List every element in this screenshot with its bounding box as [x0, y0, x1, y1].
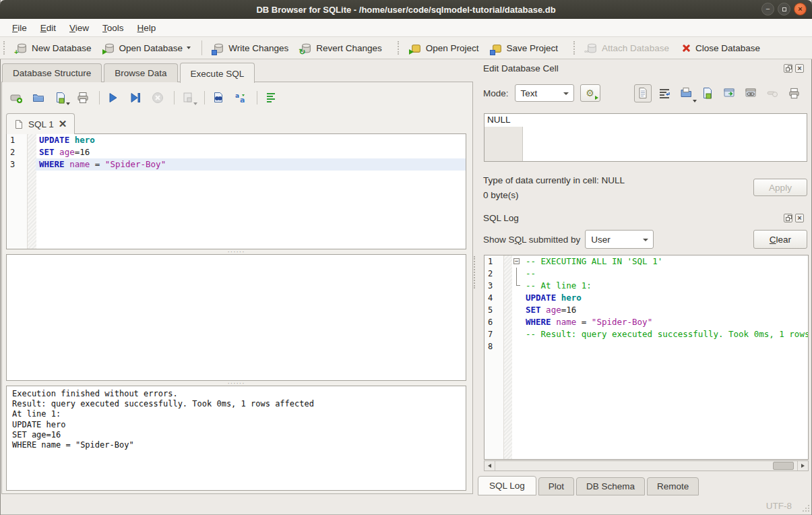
open-external-icon[interactable] [720, 84, 738, 102]
tab-browse-data[interactable]: Browse Data [104, 63, 177, 82]
close-database-button[interactable]: Close Database [675, 41, 766, 55]
tab-remote[interactable]: Remote [647, 477, 699, 495]
new-database-button[interactable]: + New Database [10, 40, 98, 56]
close-sql-tab-icon[interactable]: ✕ [59, 119, 67, 129]
toolbar-drag-handle[interactable] [3, 41, 6, 55]
save-project-button[interactable]: Save Project [485, 40, 565, 56]
main-area: Database Structure Browse Data Execute S… [0, 59, 475, 495]
execute-all-icon[interactable] [106, 90, 121, 105]
dock-area: Edit Database Cell Mode: Text ⚙ [478, 59, 809, 495]
open-database-button[interactable]: Open Database [98, 40, 197, 56]
code-line: 7-- Result: query executed successfully.… [485, 328, 808, 340]
resize-grip[interactable] [801, 504, 809, 512]
pane-splitter[interactable] [472, 59, 478, 495]
tab-database-structure[interactable]: Database Structure [2, 63, 102, 82]
tab-sql-log[interactable]: SQL Log [478, 476, 536, 495]
title-bar[interactable]: DB Browser for SQLite - /home/user/code/… [0, 0, 812, 19]
cell-value-editor[interactable]: NULL [484, 113, 807, 162]
close-dock-icon[interactable] [795, 214, 804, 222]
chevron-down-icon [643, 239, 648, 241]
new-sql-tab-icon[interactable] [9, 90, 24, 105]
dock-tab-bar: SQL Log Plot DB Schema Remote [478, 477, 701, 495]
toolbar-drag-handle[interactable] [573, 41, 576, 55]
save-as-file-icon[interactable] [699, 84, 716, 102]
message-line: Result: query executed successfully. Too… [12, 399, 460, 409]
text-mode-icon[interactable] [634, 84, 652, 102]
main-toolbar: + New Database Open Database Write Chang… [0, 37, 812, 59]
menu-bar: File Edit View Tools Help [0, 19, 812, 37]
close-button[interactable]: × [794, 3, 807, 16]
close-icon: × [794, 3, 806, 15]
menu-help[interactable]: Help [131, 20, 163, 36]
menu-edit[interactable]: Edit [34, 20, 63, 36]
mode-select[interactable]: Text [515, 84, 574, 102]
auto-switch-mode-button[interactable]: ⚙ [580, 84, 600, 102]
app-window: DB Browser for SQLite - /home/user/code/… [0, 0, 812, 515]
stop-icon [150, 90, 165, 105]
message-line: SET age=16 [12, 430, 460, 440]
attach-database-icon: ∞ [586, 42, 598, 54]
log-horizontal-scrollbar[interactable] [484, 460, 809, 471]
sql-document-tab[interactable]: SQL 1 ✕ [6, 113, 75, 134]
toolbar-drag-handle[interactable] [398, 41, 400, 55]
save-sql-file-icon[interactable] [53, 90, 68, 105]
close-database-icon [681, 43, 691, 53]
message-line: WHERE name = "Spider-Boy" [12, 440, 460, 450]
code-line: 1−-- EXECUTING ALL IN 'SQL 1' [485, 255, 808, 268]
tab-db-schema[interactable]: DB Schema [576, 477, 645, 495]
results-message-splitter[interactable] [6, 381, 466, 386]
mode-label: Mode: [483, 88, 509, 98]
tab-execute-sql[interactable]: Execute SQL [180, 63, 255, 83]
sql-log-view[interactable]: 1−-- EXECUTING ALL IN 'SQL 1'2--3-- At l… [484, 255, 809, 460]
maximize-icon [782, 7, 786, 11]
sql-log-filter-label: Show SQL submitted by [483, 235, 580, 245]
scroll-left-button[interactable] [485, 461, 495, 471]
open-database-menu-caret[interactable] [187, 47, 191, 49]
write-changes-button[interactable]: Write Changes [207, 40, 294, 56]
find-replace-icon[interactable]: aa [233, 90, 248, 105]
log-filter-select[interactable]: User [585, 230, 654, 249]
find-icon[interactable] [211, 90, 226, 105]
execute-current-line-icon[interactable] [128, 90, 143, 105]
revert-changes-button[interactable]: ↻ Revert Changes [294, 40, 388, 56]
scroll-right-button[interactable] [797, 461, 808, 471]
auto-format-icon[interactable] [263, 90, 278, 105]
open-project-button[interactable]: Open Project [404, 40, 485, 56]
close-dock-icon[interactable] [795, 64, 804, 73]
sql-editor-toolbar: aa [9, 88, 286, 107]
main-tab-bar: Database Structure Browse Data Execute S… [2, 61, 257, 82]
import-file-icon[interactable] [677, 84, 695, 102]
print-cell-icon[interactable] [785, 84, 803, 102]
float-dock-icon[interactable] [784, 214, 792, 222]
menu-tools[interactable]: Tools [96, 20, 131, 36]
minimize-button[interactable]: − [761, 3, 774, 16]
sql-document-tab-label: SQL 1 [28, 119, 54, 129]
code-line: 6WHERE name = "Spider-Boy" [485, 316, 808, 328]
editor-results-splitter[interactable] [6, 249, 466, 254]
menu-file[interactable]: File [5, 20, 34, 36]
minimize-icon: − [762, 3, 774, 15]
document-icon [14, 119, 24, 129]
code-line: 2SET age=16 [7, 146, 466, 158]
link-icon[interactable] [742, 84, 759, 102]
revert-changes-icon: ↻ [301, 42, 312, 54]
open-sql-file-icon[interactable] [31, 90, 46, 105]
code-line: 4UPDATE hero [485, 292, 808, 304]
message-line: At line 1: [12, 409, 460, 419]
tab-plot[interactable]: Plot [538, 477, 574, 495]
print-icon[interactable] [75, 90, 90, 105]
open-project-icon [410, 42, 422, 54]
edit-cell-title: Edit Database Cell [483, 63, 559, 73]
float-dock-icon[interactable] [784, 64, 792, 73]
window-title: DB Browser for SQLite - /home/user/code/… [256, 5, 555, 15]
execution-message-pane[interactable]: Execution finished without errors.Result… [6, 386, 466, 491]
scrollbar-thumb[interactable] [773, 462, 794, 470]
clear-log-button[interactable]: Clear [753, 230, 807, 249]
maximize-button[interactable] [778, 3, 790, 16]
results-grid[interactable] [6, 254, 466, 381]
execute-sql-page: aa SQL 1 ✕ 1UPDATE hero2SET age=163WHERE… [1, 82, 473, 494]
menu-view[interactable]: View [63, 20, 96, 36]
status-bar: UTF-8 [0, 495, 812, 515]
word-wrap-icon[interactable] [656, 84, 673, 102]
sql-editor[interactable]: 1UPDATE hero2SET age=163WHERE name = "Sp… [6, 133, 466, 249]
